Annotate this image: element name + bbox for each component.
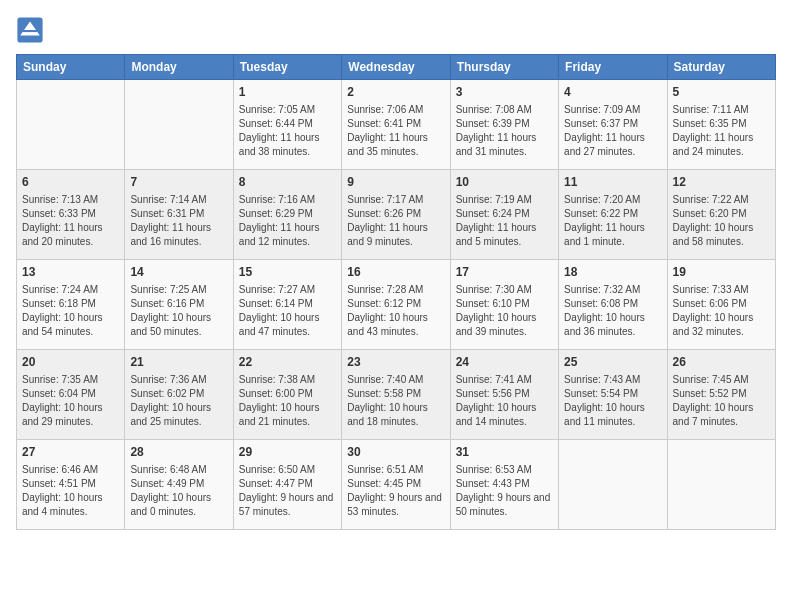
day-info: Sunrise: 7:30 AM Sunset: 6:10 PM Dayligh… (456, 283, 553, 339)
day-info: Sunrise: 7:14 AM Sunset: 6:31 PM Dayligh… (130, 193, 227, 249)
calendar-cell: 18Sunrise: 7:32 AM Sunset: 6:08 PM Dayli… (559, 260, 667, 350)
day-number: 31 (456, 444, 553, 461)
logo (16, 16, 48, 44)
day-number: 19 (673, 264, 770, 281)
day-info: Sunrise: 6:48 AM Sunset: 4:49 PM Dayligh… (130, 463, 227, 519)
day-number: 30 (347, 444, 444, 461)
day-number: 5 (673, 84, 770, 101)
day-of-week-header: Tuesday (233, 55, 341, 80)
days-of-week-row: SundayMondayTuesdayWednesdayThursdayFrid… (17, 55, 776, 80)
day-info: Sunrise: 7:17 AM Sunset: 6:26 PM Dayligh… (347, 193, 444, 249)
calendar-week-row: 1Sunrise: 7:05 AM Sunset: 6:44 PM Daylig… (17, 80, 776, 170)
calendar-cell: 30Sunrise: 6:51 AM Sunset: 4:45 PM Dayli… (342, 440, 450, 530)
calendar-body: 1Sunrise: 7:05 AM Sunset: 6:44 PM Daylig… (17, 80, 776, 530)
day-number: 24 (456, 354, 553, 371)
calendar-week-row: 27Sunrise: 6:46 AM Sunset: 4:51 PM Dayli… (17, 440, 776, 530)
day-info: Sunrise: 7:45 AM Sunset: 5:52 PM Dayligh… (673, 373, 770, 429)
calendar-week-row: 20Sunrise: 7:35 AM Sunset: 6:04 PM Dayli… (17, 350, 776, 440)
calendar-cell: 9Sunrise: 7:17 AM Sunset: 6:26 PM Daylig… (342, 170, 450, 260)
calendar-cell: 29Sunrise: 6:50 AM Sunset: 4:47 PM Dayli… (233, 440, 341, 530)
day-number: 12 (673, 174, 770, 191)
day-number: 15 (239, 264, 336, 281)
day-of-week-header: Friday (559, 55, 667, 80)
calendar-cell: 10Sunrise: 7:19 AM Sunset: 6:24 PM Dayli… (450, 170, 558, 260)
calendar-cell: 4Sunrise: 7:09 AM Sunset: 6:37 PM Daylig… (559, 80, 667, 170)
calendar-cell: 8Sunrise: 7:16 AM Sunset: 6:29 PM Daylig… (233, 170, 341, 260)
day-number: 28 (130, 444, 227, 461)
day-number: 18 (564, 264, 661, 281)
calendar-cell: 11Sunrise: 7:20 AM Sunset: 6:22 PM Dayli… (559, 170, 667, 260)
calendar-cell (17, 80, 125, 170)
day-info: Sunrise: 7:13 AM Sunset: 6:33 PM Dayligh… (22, 193, 119, 249)
calendar-cell: 2Sunrise: 7:06 AM Sunset: 6:41 PM Daylig… (342, 80, 450, 170)
day-info: Sunrise: 7:32 AM Sunset: 6:08 PM Dayligh… (564, 283, 661, 339)
calendar-cell: 13Sunrise: 7:24 AM Sunset: 6:18 PM Dayli… (17, 260, 125, 350)
calendar-cell (559, 440, 667, 530)
day-number: 13 (22, 264, 119, 281)
day-info: Sunrise: 7:38 AM Sunset: 6:00 PM Dayligh… (239, 373, 336, 429)
day-info: Sunrise: 7:28 AM Sunset: 6:12 PM Dayligh… (347, 283, 444, 339)
day-info: Sunrise: 6:46 AM Sunset: 4:51 PM Dayligh… (22, 463, 119, 519)
day-info: Sunrise: 6:53 AM Sunset: 4:43 PM Dayligh… (456, 463, 553, 519)
calendar-week-row: 13Sunrise: 7:24 AM Sunset: 6:18 PM Dayli… (17, 260, 776, 350)
calendar-cell: 23Sunrise: 7:40 AM Sunset: 5:58 PM Dayli… (342, 350, 450, 440)
day-number: 2 (347, 84, 444, 101)
day-number: 8 (239, 174, 336, 191)
day-number: 23 (347, 354, 444, 371)
day-info: Sunrise: 7:09 AM Sunset: 6:37 PM Dayligh… (564, 103, 661, 159)
day-number: 17 (456, 264, 553, 281)
day-info: Sunrise: 7:16 AM Sunset: 6:29 PM Dayligh… (239, 193, 336, 249)
day-info: Sunrise: 6:51 AM Sunset: 4:45 PM Dayligh… (347, 463, 444, 519)
calendar-cell: 17Sunrise: 7:30 AM Sunset: 6:10 PM Dayli… (450, 260, 558, 350)
day-of-week-header: Saturday (667, 55, 775, 80)
day-number: 20 (22, 354, 119, 371)
day-number: 10 (456, 174, 553, 191)
day-info: Sunrise: 7:19 AM Sunset: 6:24 PM Dayligh… (456, 193, 553, 249)
day-info: Sunrise: 7:20 AM Sunset: 6:22 PM Dayligh… (564, 193, 661, 249)
day-number: 14 (130, 264, 227, 281)
calendar-week-row: 6Sunrise: 7:13 AM Sunset: 6:33 PM Daylig… (17, 170, 776, 260)
day-info: Sunrise: 7:27 AM Sunset: 6:14 PM Dayligh… (239, 283, 336, 339)
calendar-cell: 7Sunrise: 7:14 AM Sunset: 6:31 PM Daylig… (125, 170, 233, 260)
calendar-cell: 3Sunrise: 7:08 AM Sunset: 6:39 PM Daylig… (450, 80, 558, 170)
day-number: 21 (130, 354, 227, 371)
day-of-week-header: Monday (125, 55, 233, 80)
calendar-cell: 14Sunrise: 7:25 AM Sunset: 6:16 PM Dayli… (125, 260, 233, 350)
calendar-cell: 6Sunrise: 7:13 AM Sunset: 6:33 PM Daylig… (17, 170, 125, 260)
day-info: Sunrise: 7:24 AM Sunset: 6:18 PM Dayligh… (22, 283, 119, 339)
day-info: Sunrise: 7:22 AM Sunset: 6:20 PM Dayligh… (673, 193, 770, 249)
day-number: 9 (347, 174, 444, 191)
day-info: Sunrise: 7:36 AM Sunset: 6:02 PM Dayligh… (130, 373, 227, 429)
calendar-cell: 21Sunrise: 7:36 AM Sunset: 6:02 PM Dayli… (125, 350, 233, 440)
day-number: 7 (130, 174, 227, 191)
day-number: 3 (456, 84, 553, 101)
day-number: 6 (22, 174, 119, 191)
day-number: 22 (239, 354, 336, 371)
day-info: Sunrise: 7:05 AM Sunset: 6:44 PM Dayligh… (239, 103, 336, 159)
day-info: Sunrise: 7:25 AM Sunset: 6:16 PM Dayligh… (130, 283, 227, 339)
day-info: Sunrise: 7:35 AM Sunset: 6:04 PM Dayligh… (22, 373, 119, 429)
day-info: Sunrise: 6:50 AM Sunset: 4:47 PM Dayligh… (239, 463, 336, 519)
day-number: 26 (673, 354, 770, 371)
day-info: Sunrise: 7:33 AM Sunset: 6:06 PM Dayligh… (673, 283, 770, 339)
day-info: Sunrise: 7:41 AM Sunset: 5:56 PM Dayligh… (456, 373, 553, 429)
calendar-cell: 12Sunrise: 7:22 AM Sunset: 6:20 PM Dayli… (667, 170, 775, 260)
day-number: 1 (239, 84, 336, 101)
day-of-week-header: Wednesday (342, 55, 450, 80)
day-number: 27 (22, 444, 119, 461)
day-info: Sunrise: 7:08 AM Sunset: 6:39 PM Dayligh… (456, 103, 553, 159)
day-number: 16 (347, 264, 444, 281)
day-number: 29 (239, 444, 336, 461)
day-number: 4 (564, 84, 661, 101)
day-number: 11 (564, 174, 661, 191)
svg-rect-2 (23, 30, 37, 32)
calendar-cell: 22Sunrise: 7:38 AM Sunset: 6:00 PM Dayli… (233, 350, 341, 440)
calendar-cell: 19Sunrise: 7:33 AM Sunset: 6:06 PM Dayli… (667, 260, 775, 350)
calendar-cell: 31Sunrise: 6:53 AM Sunset: 4:43 PM Dayli… (450, 440, 558, 530)
calendar-cell: 28Sunrise: 6:48 AM Sunset: 4:49 PM Dayli… (125, 440, 233, 530)
calendar-cell: 27Sunrise: 6:46 AM Sunset: 4:51 PM Dayli… (17, 440, 125, 530)
calendar-cell: 1Sunrise: 7:05 AM Sunset: 6:44 PM Daylig… (233, 80, 341, 170)
calendar-cell: 20Sunrise: 7:35 AM Sunset: 6:04 PM Dayli… (17, 350, 125, 440)
calendar-table: SundayMondayTuesdayWednesdayThursdayFrid… (16, 54, 776, 530)
day-of-week-header: Thursday (450, 55, 558, 80)
